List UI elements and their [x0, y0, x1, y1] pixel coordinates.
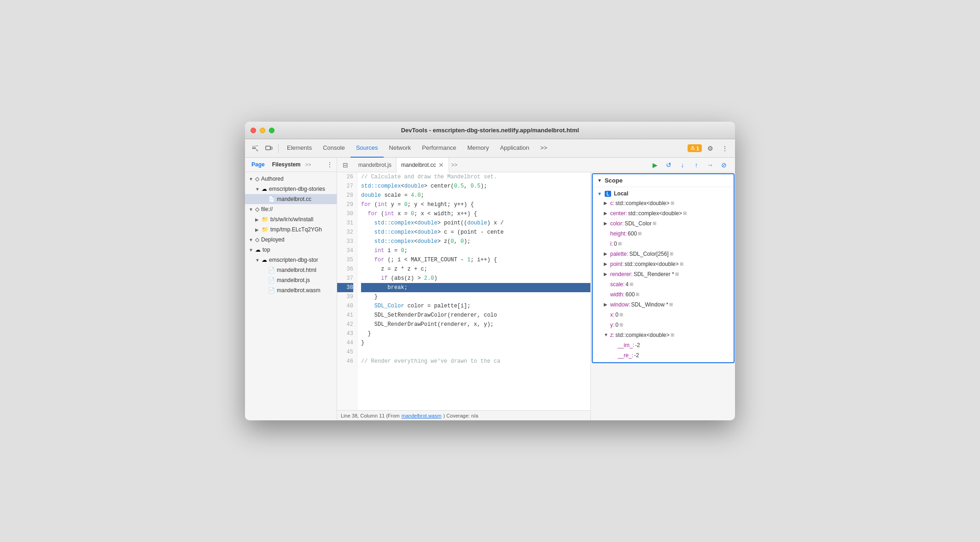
scope-row-center[interactable]: ▶ center: std::complex<double> ⊞ [593, 208, 734, 218]
sidebar-tab-page[interactable]: Page [249, 160, 268, 169]
tab-sources[interactable]: Sources [350, 139, 384, 158]
editor-tab-mandelbrot-cc[interactable]: mandelbrot.cc ✕ [397, 158, 449, 172]
traffic-lights [251, 128, 274, 133]
svg-rect-3 [254, 147, 256, 149]
cursor-inspector-icon[interactable] [249, 142, 262, 155]
editor-tab-mandelbrot-js[interactable]: mandelbrot.js [354, 158, 397, 172]
step-into-icon[interactable]: ↓ [677, 159, 688, 171]
code-line-44: } [361, 338, 590, 348]
toggle-sidebar-icon[interactable]: ⊟ [339, 159, 352, 171]
sidebar-menu-button[interactable]: ⋮ [327, 161, 333, 168]
scope-row-y[interactable]: ▶ y: 0 ⊞ [593, 320, 734, 330]
scope-title: Scope [605, 177, 623, 184]
editor-tabs-more[interactable]: >> [451, 162, 457, 168]
tab-application[interactable]: Application [495, 139, 535, 158]
tree-item-file-protocol[interactable]: ▼ ◇ file:// [245, 204, 337, 214]
svg-rect-4 [256, 146, 258, 146]
svg-rect-0 [252, 146, 254, 147]
file-protocol-icon: ◇ [255, 206, 259, 212]
code-line-40: SDL_Color color = palette[i]; [361, 301, 590, 311]
scope-row-z[interactable]: ▼ z: std::complex<double> ⊞ [593, 330, 734, 340]
tree-item-mandelbrot-js[interactable]: 📄 mandelbrot.js [245, 275, 337, 285]
scope-row-scale[interactable]: ▶ scale: 4 ⊞ [593, 279, 734, 289]
tab-elements[interactable]: Elements [281, 139, 317, 158]
html-file-icon: 📄 [268, 267, 275, 273]
tree-item-tmp[interactable]: ▶ 📁 tmp/tmp.ELcTq2YGh [245, 224, 337, 235]
cc-file-icon: 📄 [268, 196, 275, 202]
tab-console[interactable]: Console [317, 139, 350, 158]
status-bar-link[interactable]: mandelbrot.wasm [402, 413, 442, 418]
code-line-39: } [361, 292, 590, 301]
code-line-38: break; [361, 283, 590, 292]
line-numbers: 26 27 28 29 30 31 32 33 34 35 36 37 [337, 172, 357, 410]
js-file-icon: 📄 [268, 277, 275, 283]
cloud-top-icon: ☁ [255, 247, 261, 253]
sidebar-tab-bar: Page Filesystem >> ⋮ [245, 158, 337, 172]
cloud-subfolder-icon: ☁ [262, 257, 267, 263]
close-tab-icon[interactable]: ✕ [438, 161, 444, 169]
scope-row-x[interactable]: ▶ x: 0 ⊞ [593, 310, 734, 320]
scope-row-z-im[interactable]: ▶ __im_: -2 [593, 340, 734, 350]
tree-item-mandelbrot-html[interactable]: 📄 mandelbrot.html [245, 265, 337, 275]
tree-item-top[interactable]: ▼ ☁ top [245, 245, 337, 255]
code-line-42: SDL_RenderDrawPoint(renderer, x, y); [361, 320, 590, 329]
code-line-28: double scale = 4.0; [361, 191, 590, 200]
tree-item-emscripten-deployed[interactable]: ▼ ☁ emscripten-dbg-stor [245, 255, 337, 265]
scope-row-height[interactable]: ▶ height: 600 ⊞ [593, 229, 734, 239]
scope-row-z-re[interactable]: ▶ __re_: -2 [593, 350, 734, 360]
sidebar: Page Filesystem >> ⋮ ▼ ◇ Authored ▼ ☁ em… [245, 158, 337, 420]
right-panel: ▼ Scope ▼ L Local ▶ [590, 172, 735, 420]
scope-row-renderer[interactable]: ▶ renderer: SDL_Renderer * ⊞ [593, 269, 734, 279]
deactivate-breakpoints-icon[interactable]: ⊘ [718, 159, 729, 171]
scope-row-width[interactable]: ▶ width: 600 ⊞ [593, 289, 734, 300]
folder-icon-tmp: 📁 [262, 226, 268, 233]
code-line-37: if (abs(z) > 2.0) [361, 274, 590, 283]
code-line-29: for (int y = 0; y < height; y++) { [361, 200, 590, 209]
maximize-button[interactable] [269, 128, 274, 133]
scope-row-point[interactable]: ▶ point: std::complex<double> ⊞ [593, 259, 734, 269]
step-out-icon[interactable]: ↑ [691, 159, 702, 171]
warning-badge[interactable]: ⚠ 1 [688, 144, 702, 152]
device-toggle-icon[interactable] [262, 142, 275, 155]
tree-item-authored[interactable]: ▼ ◇ Authored [245, 174, 337, 184]
code-line-46: // Render everything we've drawn to the … [361, 357, 590, 366]
tree-item-emscripten-authored[interactable]: ▼ ☁ emscripten-dbg-stories [245, 184, 337, 194]
scope-row-color[interactable]: ▶ color: SDL_Color ⊞ [593, 218, 734, 229]
code-area[interactable]: 26 27 28 29 30 31 32 33 34 35 36 37 [337, 172, 590, 410]
tab-more[interactable]: >> [535, 139, 553, 158]
scope-row-c[interactable]: ▶ c: std::complex<double> ⊞ [593, 198, 734, 208]
scope-local-header[interactable]: ▼ L Local [593, 189, 734, 198]
tab-network[interactable]: Network [384, 139, 417, 158]
code-editor: 26 27 28 29 30 31 32 33 34 35 36 37 [337, 172, 590, 420]
tree-item-install[interactable]: ▶ 📁 b/s/w/ir/x/w/install [245, 214, 337, 224]
editor-tab-bar: ⊟ mandelbrot.js mandelbrot.cc ✕ >> ▶ ↺ ↓… [337, 158, 735, 172]
svg-rect-5 [266, 146, 270, 150]
toolbar-right: ⚠ 1 ⚙ ⋮ [688, 142, 731, 155]
code-line-45 [361, 348, 590, 357]
tree-item-mandelbrot-wasm[interactable]: 📄 mandelbrot.wasm [245, 285, 337, 295]
tab-performance[interactable]: Performance [416, 139, 461, 158]
sidebar-tabs-more[interactable]: >> [305, 162, 311, 167]
close-button[interactable] [251, 128, 256, 133]
tree-item-deployed[interactable]: ▼ ◇ Deployed [245, 235, 337, 245]
scope-local-arrow: ▼ [597, 191, 602, 196]
step-over-icon[interactable]: ↺ [663, 159, 674, 171]
deployed-section-icon: ◇ [255, 236, 259, 243]
minimize-button[interactable] [260, 128, 265, 133]
code-line-36: z = z * z + c; [361, 265, 590, 274]
tree-item-mandelbrot-cc[interactable]: 📄 mandelbrot.cc [245, 194, 337, 204]
scope-row-palette[interactable]: ▶ palette: SDL_Color[256] ⊞ [593, 249, 734, 259]
step-icon[interactable]: → [705, 159, 716, 171]
svg-rect-1 [254, 146, 256, 147]
code-line-32: std::complex<double> c = (point - cente [361, 228, 590, 237]
scope-collapse-arrow[interactable]: ▼ [597, 178, 602, 183]
scope-row-window[interactable]: ▶ window: SDL_Window * ⊞ [593, 300, 734, 310]
sidebar-tab-filesystem[interactable]: Filesystem [269, 160, 303, 169]
more-options-icon[interactable]: ⋮ [718, 142, 731, 155]
scope-row-i[interactable]: ▶ i: 0 ⊞ [593, 239, 734, 249]
tab-memory[interactable]: Memory [462, 139, 495, 158]
cloud-folder-icon: ☁ [262, 186, 267, 192]
code-content[interactable]: // Calculate and draw the Mandelbrot set… [357, 172, 590, 410]
settings-icon[interactable]: ⚙ [704, 142, 717, 155]
resume-icon[interactable]: ▶ [649, 159, 660, 171]
